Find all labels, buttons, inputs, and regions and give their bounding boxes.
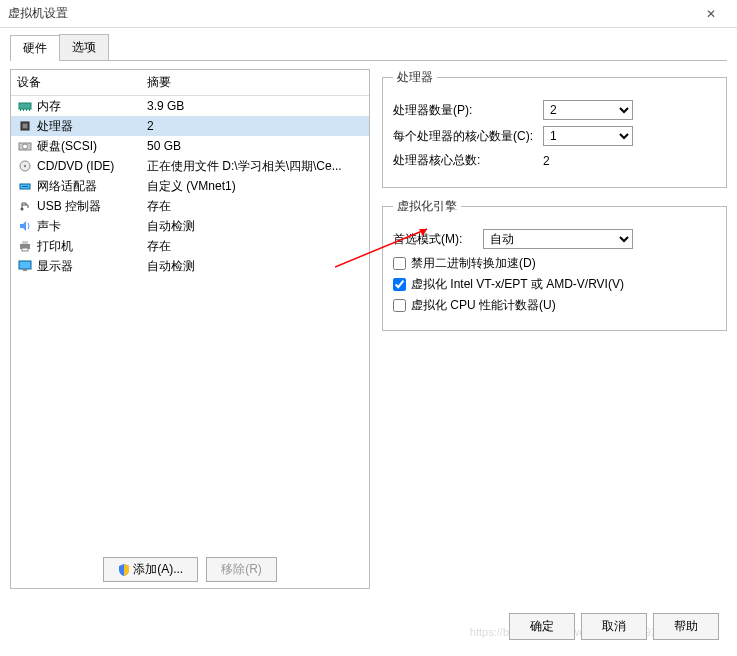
cb-disable-binary-label[interactable]: 禁用二进制转换加速(D)	[411, 255, 536, 272]
cpu-total-value: 2	[543, 154, 716, 168]
cd-icon	[17, 159, 33, 173]
device-row[interactable]: 显示器自动检测	[11, 256, 369, 276]
device-name: 网络适配器	[37, 178, 147, 195]
device-summary: 自定义 (VMnet1)	[147, 178, 363, 195]
device-summary: 2	[147, 119, 363, 133]
cpu-icon	[17, 119, 33, 133]
device-row[interactable]: 内存3.9 GB	[11, 96, 369, 116]
device-name: 处理器	[37, 118, 147, 135]
svg-rect-0	[19, 103, 31, 109]
svg-rect-15	[22, 241, 28, 244]
svg-rect-6	[23, 124, 27, 128]
col-summary: 摘要	[147, 74, 171, 91]
device-summary: 存在	[147, 238, 363, 255]
cancel-button[interactable]: 取消	[581, 613, 647, 640]
device-name: 声卡	[37, 218, 147, 235]
device-row[interactable]: 硬盘(SCSI)50 GB	[11, 136, 369, 156]
help-button[interactable]: 帮助	[653, 613, 719, 640]
vmode-label: 首选模式(M):	[393, 231, 483, 248]
svg-point-8	[23, 144, 28, 149]
device-summary: 自动检测	[147, 218, 363, 235]
device-summary: 50 GB	[147, 139, 363, 153]
sound-icon	[17, 219, 33, 233]
svg-rect-4	[29, 109, 30, 111]
cpu-cores-select[interactable]: 1	[543, 126, 633, 146]
cb-disable-binary[interactable]	[393, 257, 406, 270]
shield-icon	[118, 564, 130, 576]
device-row[interactable]: 打印机存在	[11, 236, 369, 256]
device-name: USB 控制器	[37, 198, 147, 215]
title-bar: 虚拟机设置 ✕	[0, 0, 737, 28]
device-summary: 正在使用文件 D:\学习相关\四期\Ce...	[147, 158, 363, 175]
cpu-cores-label: 每个处理器的核心数量(C):	[393, 128, 543, 145]
disk-icon	[17, 139, 33, 153]
device-name: 显示器	[37, 258, 147, 275]
tab-hardware[interactable]: 硬件	[10, 35, 60, 61]
device-table-header: 设备 摘要	[11, 70, 369, 96]
device-summary: 3.9 GB	[147, 99, 363, 113]
device-panel: 设备 摘要 内存3.9 GB处理器2硬盘(SCSI)50 GBCD/DVD (I…	[10, 69, 370, 589]
device-name: 硬盘(SCSI)	[37, 138, 147, 155]
svg-rect-17	[19, 261, 31, 269]
device-row[interactable]: CD/DVD (IDE)正在使用文件 D:\学习相关\四期\Ce...	[11, 156, 369, 176]
add-button[interactable]: 添加(A)...	[103, 557, 198, 582]
device-row[interactable]: USB 控制器存在	[11, 196, 369, 216]
svg-rect-12	[22, 186, 28, 187]
cpu-count-label: 处理器数量(P):	[393, 102, 543, 119]
virtualization-legend: 虚拟化引擎	[393, 198, 461, 215]
svg-rect-2	[23, 109, 24, 111]
device-summary: 存在	[147, 198, 363, 215]
add-button-label: 添加(A)...	[133, 562, 183, 576]
svg-rect-16	[22, 248, 28, 251]
close-icon[interactable]: ✕	[693, 7, 729, 21]
cb-perf-counter[interactable]	[393, 299, 406, 312]
remove-button: 移除(R)	[206, 557, 277, 582]
device-list: 内存3.9 GB处理器2硬盘(SCSI)50 GBCD/DVD (IDE)正在使…	[11, 96, 369, 551]
device-row[interactable]: 网络适配器自定义 (VMnet1)	[11, 176, 369, 196]
device-name: 打印机	[37, 238, 147, 255]
device-summary: 自动检测	[147, 258, 363, 275]
tab-bar: 硬件 选项	[10, 34, 727, 61]
cpu-total-label: 处理器核心总数:	[393, 152, 543, 169]
cb-vtx-ept[interactable]	[393, 278, 406, 291]
svg-rect-1	[20, 109, 21, 111]
net-icon	[17, 179, 33, 193]
device-name: 内存	[37, 98, 147, 115]
cb-perf-counter-label[interactable]: 虚拟化 CPU 性能计数器(U)	[411, 297, 556, 314]
svg-point-10	[24, 165, 26, 167]
device-row[interactable]: 处理器2	[11, 116, 369, 136]
tab-options[interactable]: 选项	[59, 34, 109, 60]
printer-icon	[17, 239, 33, 253]
usb-icon	[17, 199, 33, 213]
cb-vtx-ept-label[interactable]: 虚拟化 Intel VT-x/EPT 或 AMD-V/RVI(V)	[411, 276, 624, 293]
device-name: CD/DVD (IDE)	[37, 159, 147, 173]
virtualization-group: 虚拟化引擎 首选模式(M): 自动 禁用二进制转换加速(D) 虚拟化 Intel…	[382, 198, 727, 331]
processor-group: 处理器 处理器数量(P): 2 每个处理器的核心数量(C): 1 处理器核心总数…	[382, 69, 727, 188]
display-icon	[17, 259, 33, 273]
device-row[interactable]: 声卡自动检测	[11, 216, 369, 236]
vmode-select[interactable]: 自动	[483, 229, 633, 249]
col-device: 设备	[17, 74, 147, 91]
processor-legend: 处理器	[393, 69, 437, 86]
svg-rect-18	[23, 269, 27, 271]
window-title: 虚拟机设置	[8, 5, 693, 22]
ok-button[interactable]: 确定	[509, 613, 575, 640]
svg-rect-3	[26, 109, 27, 111]
cpu-count-select[interactable]: 2	[543, 100, 633, 120]
memory-icon	[17, 99, 33, 113]
